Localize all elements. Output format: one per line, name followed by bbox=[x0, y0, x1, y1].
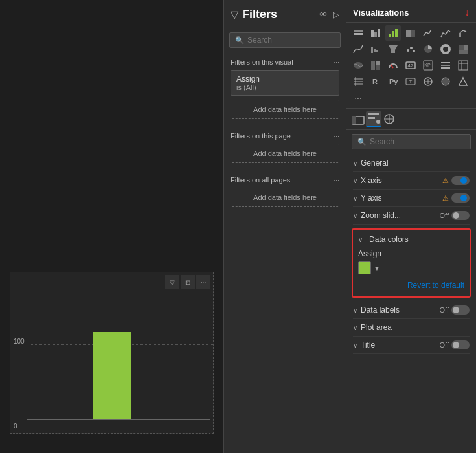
chart-more-btn[interactable]: ··· bbox=[196, 275, 210, 289]
viz-xaxis-row[interactable]: ∨ X axis ⚠ bbox=[353, 172, 470, 190]
viz-section-data-labels: ∨ Data labels Off ∨ Plot area ∨ Title bbox=[346, 300, 476, 355]
add-fields-all-btn[interactable]: Add data fields here bbox=[231, 188, 339, 207]
chart-filter-btn[interactable]: ▽ bbox=[165, 275, 179, 289]
viz-icon-line[interactable] bbox=[420, 25, 436, 41]
assign-filter-card[interactable]: Assign is (All) bbox=[231, 70, 339, 96]
chart-focus-btn[interactable]: ⊡ bbox=[181, 275, 195, 289]
data-labels-chevron: ∨ bbox=[353, 307, 357, 314]
viz-icon-analytics[interactable] bbox=[381, 111, 397, 127]
svg-text:R: R bbox=[372, 78, 378, 85]
svg-text:KPI: KPI bbox=[424, 63, 431, 67]
filters-search-box[interactable]: 🔍 bbox=[229, 32, 341, 48]
title-toggle[interactable] bbox=[451, 340, 470, 349]
viz-data-labels-row[interactable]: ∨ Data labels Off bbox=[353, 302, 470, 319]
chart-toolbar: ▽ ⊡ ··· bbox=[165, 275, 210, 289]
viz-icon-scatter[interactable] bbox=[403, 41, 418, 57]
viz-icon-matrix[interactable] bbox=[350, 74, 366, 89]
viz-header: Visualizations ↓ bbox=[346, 0, 476, 23]
filters-on-page-more[interactable]: ··· bbox=[334, 132, 339, 140]
viz-icon-kpi[interactable]: KPI bbox=[420, 58, 436, 73]
filters-eye-icon[interactable]: 👁 bbox=[319, 10, 328, 19]
filters-on-visual-more[interactable]: ··· bbox=[334, 58, 339, 66]
viz-icon-slicer[interactable] bbox=[438, 58, 453, 73]
y-label-0: 0 bbox=[14, 423, 17, 430]
svg-marker-50 bbox=[459, 78, 467, 85]
viz-icon-type4[interactable] bbox=[350, 111, 366, 127]
viz-title-row[interactable]: ∨ Title Off bbox=[353, 337, 470, 354]
chart-container: ▽ ⊡ ··· 100 0 bbox=[10, 272, 214, 434]
color-swatch[interactable] bbox=[358, 261, 371, 274]
revert-to-default-btn[interactable]: Revert to default bbox=[358, 280, 464, 291]
viz-plot-area-row[interactable]: ∨ Plot area bbox=[353, 319, 470, 337]
viz-icon-map[interactable] bbox=[350, 58, 366, 73]
viz-yaxis-row[interactable]: ∨ Y axis ⚠ bbox=[353, 190, 470, 207]
viz-icon-text-box[interactable]: T bbox=[403, 74, 418, 89]
svg-rect-2 bbox=[371, 30, 374, 37]
zoom-off-label: Off bbox=[440, 212, 449, 219]
add-fields-visual-btn[interactable]: Add data fields here bbox=[231, 100, 339, 119]
svg-rect-9 bbox=[406, 30, 411, 37]
viz-icon-ribbon[interactable] bbox=[350, 41, 366, 57]
viz-icon-bar-chart[interactable] bbox=[385, 25, 401, 41]
svg-rect-1 bbox=[354, 30, 363, 32]
viz-icon-stacked-bar[interactable] bbox=[350, 25, 366, 41]
viz-search-box[interactable]: 🔍 bbox=[352, 134, 471, 149]
viz-extra-icons bbox=[346, 109, 476, 130]
filters-on-all-more[interactable]: ··· bbox=[334, 176, 339, 184]
viz-icon-donut[interactable] bbox=[438, 41, 453, 57]
xaxis-toggle[interactable] bbox=[451, 176, 470, 185]
viz-icon-pie[interactable] bbox=[420, 41, 436, 57]
add-fields-page-btn[interactable]: Add data fields here bbox=[231, 144, 339, 163]
svg-line-27 bbox=[391, 65, 393, 68]
viz-icon-format-active[interactable] bbox=[366, 111, 381, 127]
color-dropdown-icon[interactable]: ▼ bbox=[374, 265, 380, 272]
zoom-toggle[interactable] bbox=[451, 211, 470, 220]
viz-general-row[interactable]: ∨ General bbox=[353, 155, 470, 172]
filters-on-visual-label: Filters on this visual bbox=[231, 58, 293, 66]
viz-icon-python[interactable]: Py bbox=[385, 74, 401, 89]
viz-search-input[interactable] bbox=[370, 137, 465, 146]
viz-icon-100-bar[interactable] bbox=[403, 25, 418, 41]
yaxis-warning-icon: ⚠ bbox=[442, 194, 449, 203]
viz-icon-r-visual[interactable]: R bbox=[368, 74, 383, 89]
svg-rect-35 bbox=[459, 61, 468, 70]
data-labels-toggle[interactable] bbox=[451, 305, 470, 315]
svg-rect-12 bbox=[374, 49, 376, 52]
viz-expand-icon[interactable]: ↓ bbox=[464, 6, 470, 18]
viz-icon-custom3[interactable] bbox=[455, 74, 471, 89]
data-colors-header[interactable]: ∨ Data colors bbox=[358, 235, 464, 244]
filters-on-page-label: Filters on this page bbox=[231, 132, 291, 140]
viz-icon-table[interactable] bbox=[455, 58, 471, 73]
color-assign-label: Assign bbox=[358, 249, 464, 258]
svg-rect-7 bbox=[395, 29, 398, 37]
viz-icon-gauge[interactable] bbox=[385, 58, 401, 73]
viz-icon-custom1[interactable] bbox=[420, 74, 436, 89]
title-section-label: Title bbox=[361, 340, 375, 349]
viz-icon-choropleth[interactable] bbox=[368, 58, 383, 73]
color-picker-row: ▼ bbox=[358, 261, 464, 274]
general-chevron: ∨ bbox=[353, 160, 357, 167]
svg-rect-3 bbox=[374, 32, 377, 37]
filter-icon: ▽ bbox=[231, 8, 238, 21]
filters-search-input[interactable] bbox=[247, 36, 335, 45]
viz-icon-card[interactable]: 42 bbox=[403, 58, 418, 73]
viz-panel: Visualizations ↓ bbox=[346, 0, 476, 453]
viz-icon-area[interactable] bbox=[438, 25, 453, 41]
viz-search-icon: 🔍 bbox=[357, 138, 367, 146]
filters-on-all-section: Filters on all pages ··· Add data fields… bbox=[224, 171, 346, 215]
svg-rect-33 bbox=[441, 65, 450, 66]
filters-panel: ▽ Filters 👁 ▷ 🔍 Filters on this visual ·… bbox=[223, 0, 346, 453]
viz-icon-custom2[interactable] bbox=[438, 74, 453, 89]
viz-icon-clustered-bar[interactable] bbox=[368, 25, 383, 41]
viz-icon-more[interactable]: ··· bbox=[350, 90, 366, 105]
yaxis-toggle[interactable] bbox=[451, 193, 470, 203]
svg-rect-13 bbox=[376, 50, 378, 52]
viz-icon-treemap[interactable] bbox=[455, 41, 471, 57]
viz-icon-waterfall[interactable] bbox=[368, 41, 383, 57]
title-controls: Off bbox=[440, 340, 470, 349]
filters-on-page-section: Filters on this page ··· Add data fields… bbox=[224, 127, 346, 171]
viz-icon-funnel[interactable] bbox=[385, 41, 401, 57]
filters-expand-icon[interactable]: ▷ bbox=[333, 10, 339, 19]
viz-zoom-row[interactable]: ∨ Zoom slid... Off bbox=[353, 207, 470, 225]
viz-icon-combo[interactable] bbox=[455, 25, 471, 41]
